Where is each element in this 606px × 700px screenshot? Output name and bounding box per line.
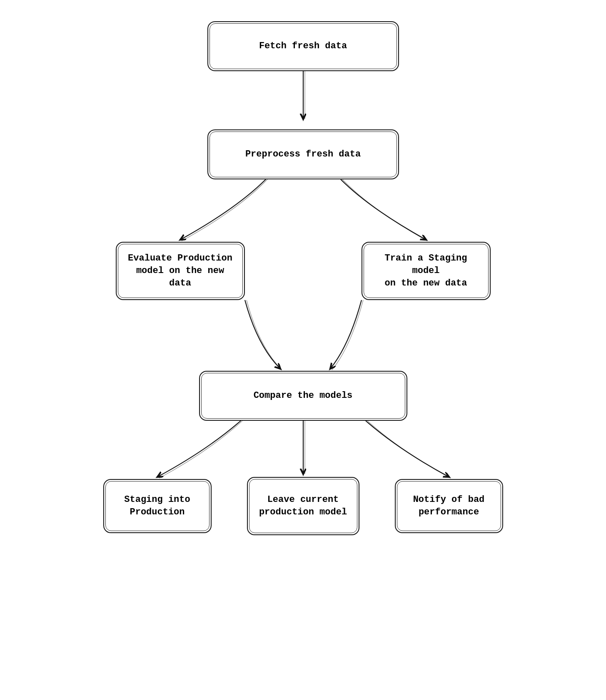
train-label: Train a Staging model on the new data [371,252,481,289]
preprocess-label: Preprocess fresh data [245,148,361,161]
compare-label: Compare the models [254,390,353,402]
staging-label: Staging into Production [124,494,190,518]
train-staging-model-node: Train a Staging model on the new data [362,242,491,300]
compare-models-node: Compare the models [199,371,407,421]
evaluate-production-model-node: Evaluate Production model on the new dat… [116,242,245,300]
notify-label: Notify of bad performance [413,494,485,518]
evaluate-label: Evaluate Production model on the new dat… [125,252,236,289]
fetch-label: Fetch fresh data [259,40,347,52]
connector-layer [91,9,516,691]
staging-into-production-node: Staging into Production [103,479,212,533]
preprocess-fresh-data-node: Preprocess fresh data [207,129,399,179]
leave-current-production-node: Leave current production model [247,477,359,535]
notify-bad-performance-node: Notify of bad performance [395,479,503,533]
flowchart-diagram: Fetch fresh data Preprocess fresh data E… [91,9,516,691]
leave-label: Leave current production model [259,494,347,518]
fetch-fresh-data-node: Fetch fresh data [207,21,399,71]
